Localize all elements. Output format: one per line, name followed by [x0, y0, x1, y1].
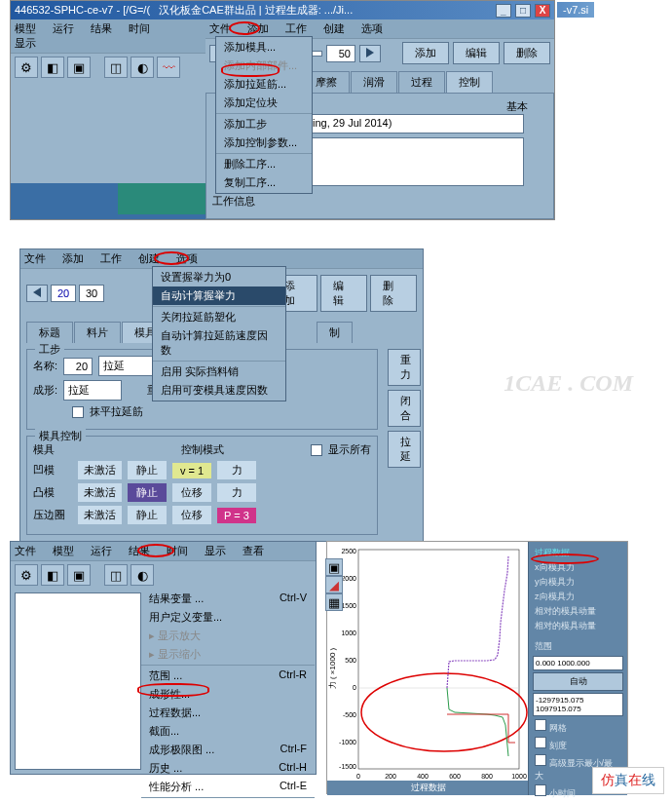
- dd-add-step[interactable]: 添加工步: [216, 115, 312, 134]
- toolbar-btn-2[interactable]: ◧: [41, 57, 64, 78]
- charttool-3[interactable]: ▦: [325, 593, 343, 611]
- menu-add[interactable]: 添加: [247, 21, 269, 36]
- cb-smalltime[interactable]: [535, 784, 546, 796]
- toolbar-btn-6[interactable]: 〰: [157, 57, 180, 78]
- range-box1[interactable]: 0.000 1000.000: [533, 656, 623, 670]
- menu-display[interactable]: 显示: [15, 36, 36, 51]
- bot-menu-run[interactable]: 运行: [91, 544, 112, 558]
- menu-time[interactable]: 时间: [129, 21, 150, 36]
- flatten-checkbox[interactable]: [72, 406, 84, 418]
- r3-d[interactable]: P = 3: [217, 508, 256, 523]
- bot-menu-result[interactable]: 结果: [129, 544, 150, 558]
- mid-menu-create[interactable]: 创建: [138, 251, 160, 266]
- dd-zoom-out[interactable]: ▸ 显示缩小: [141, 645, 315, 664]
- step-name[interactable]: 拉延: [98, 356, 157, 376]
- toolbar-btn-3[interactable]: ▣: [67, 57, 91, 78]
- bot-tbtn-4[interactable]: ◫: [104, 564, 128, 586]
- dd-add-bead[interactable]: 添加拉延筋...: [216, 75, 312, 94]
- side-i5[interactable]: 相对的模具动量: [533, 619, 623, 633]
- r3-a[interactable]: 未激活: [78, 506, 122, 524]
- bot-tbtn-5[interactable]: ◐: [131, 564, 154, 586]
- mid-btn-edit[interactable]: 编辑: [320, 275, 367, 312]
- r1-d[interactable]: 力: [217, 461, 256, 479]
- page-next[interactable]: [359, 45, 381, 62]
- btn-add[interactable]: 添加: [402, 42, 449, 64]
- mid-tab-title[interactable]: 标题: [26, 322, 73, 343]
- opt-setforce0[interactable]: 设置握举力为0: [153, 268, 285, 286]
- showall-checkbox[interactable]: [311, 444, 322, 456]
- page-30[interactable]: 30: [79, 285, 104, 302]
- dd-range[interactable]: 范围 ...Ctrl-R: [141, 667, 315, 685]
- cb-scale[interactable]: [535, 737, 546, 748]
- bot-menu-view[interactable]: 查看: [243, 544, 264, 558]
- side-draw[interactable]: 拉延: [388, 431, 421, 468]
- dd-copy-proc[interactable]: 复制工序...: [216, 173, 312, 192]
- r2-b[interactable]: 静止: [128, 483, 167, 502]
- bot-tbtn-3[interactable]: ▣: [67, 564, 91, 586]
- side-close[interactable]: 闭合: [388, 390, 421, 427]
- opt-autocalc[interactable]: 自动计算握举力: [153, 286, 285, 305]
- tab-lube[interactable]: 润滑: [351, 71, 397, 93]
- dd-result-var[interactable]: 结果变量 ...Ctrl-V: [141, 590, 315, 608]
- dd-del-proc[interactable]: 删除工序...: [216, 155, 312, 173]
- dd-add-inner[interactable]: 添加内部部件...: [216, 57, 312, 75]
- close-button[interactable]: X: [535, 4, 550, 18]
- mid-btn-del[interactable]: 删除: [370, 275, 417, 312]
- page-20[interactable]: 20: [51, 285, 76, 302]
- dd-process-data[interactable]: 过程数据...: [141, 704, 315, 722]
- dd-user-var[interactable]: 用户定义变量...: [141, 608, 315, 627]
- mid-menu-file[interactable]: 文件: [24, 251, 46, 266]
- btn-edit[interactable]: 编辑: [453, 42, 500, 64]
- opt-close-bead[interactable]: 关闭拉延筋塑化: [153, 308, 285, 326]
- dd-perf[interactable]: 性能分析 ...Ctrl-E: [141, 778, 315, 796]
- bot-tbtn-2[interactable]: ◧: [41, 564, 64, 586]
- dd-fld[interactable]: 成形极限图 ...Ctrl-F: [141, 741, 315, 759]
- mid-menu-work[interactable]: 工作: [100, 251, 122, 266]
- cb-grid[interactable]: [535, 719, 546, 731]
- menu-create[interactable]: 创建: [323, 21, 345, 36]
- dd-section[interactable]: 截面...: [141, 722, 315, 741]
- dd-zoom-in[interactable]: ▸ 显示放大: [141, 627, 315, 645]
- mid-menu-opts[interactable]: 选项: [176, 251, 198, 266]
- menu-model[interactable]: 模型: [15, 21, 36, 36]
- menu-options[interactable]: 选项: [361, 21, 383, 36]
- dd-add-mold[interactable]: 添加模具...: [216, 38, 312, 57]
- side-i4[interactable]: 相对的模具动量: [533, 604, 623, 619]
- side-i2[interactable]: y向模具力: [533, 575, 623, 590]
- maximize-button[interactable]: □: [515, 4, 531, 18]
- tab-control[interactable]: 控制: [446, 71, 493, 93]
- charttool-2[interactable]: ◢: [325, 576, 343, 593]
- bot-tbtn-1[interactable]: ⚙: [15, 564, 38, 586]
- toolbar-btn-4[interactable]: ◫: [104, 57, 128, 78]
- mid-prev[interactable]: [26, 285, 48, 302]
- range-box2[interactable]: -1297915.075 1097915.075: [533, 693, 623, 716]
- side-i0[interactable]: 过程数据: [533, 546, 623, 560]
- bot-menu-model[interactable]: 模型: [53, 544, 74, 558]
- r1-b[interactable]: 静止: [128, 461, 167, 479]
- r1-c[interactable]: v = 1: [172, 463, 211, 478]
- bot-menu-file[interactable]: 文件: [15, 544, 36, 558]
- menu-run[interactable]: 运行: [53, 21, 74, 36]
- charttool-1[interactable]: ▣: [325, 558, 343, 576]
- menu-file[interactable]: 文件: [209, 21, 231, 36]
- r2-c[interactable]: 位移: [172, 483, 211, 502]
- side-i3[interactable]: z向模具力: [533, 590, 623, 604]
- opt-var-speed[interactable]: 启用可变模具速度因数: [153, 381, 285, 400]
- opt-auto-speed[interactable]: 自动计算拉延筋速度因数: [153, 326, 285, 360]
- step-idx[interactable]: 20: [63, 358, 93, 375]
- r2-a[interactable]: 未激活: [78, 483, 122, 502]
- bot-menu-display[interactable]: 显示: [205, 544, 226, 558]
- side-gravity[interactable]: 重力: [388, 349, 421, 386]
- r3-c[interactable]: 位移: [172, 506, 211, 524]
- menu-work[interactable]: 工作: [285, 21, 307, 36]
- dd-formability[interactable]: 成形性...: [141, 685, 315, 704]
- toolbar-btn-1[interactable]: ⚙: [15, 57, 38, 78]
- dd-add-block[interactable]: 添加定位块: [216, 94, 312, 112]
- page-value[interactable]: 50: [326, 45, 355, 62]
- mid-tab-blank[interactable]: 料片: [74, 322, 121, 343]
- dd-add-ctrl[interactable]: 添加控制参数...: [216, 134, 312, 152]
- bot-menu-time[interactable]: 时间: [167, 544, 188, 558]
- menu-result[interactable]: 结果: [91, 21, 112, 36]
- btn-del[interactable]: 删除: [504, 42, 550, 64]
- shape-select[interactable]: 拉延: [63, 380, 122, 401]
